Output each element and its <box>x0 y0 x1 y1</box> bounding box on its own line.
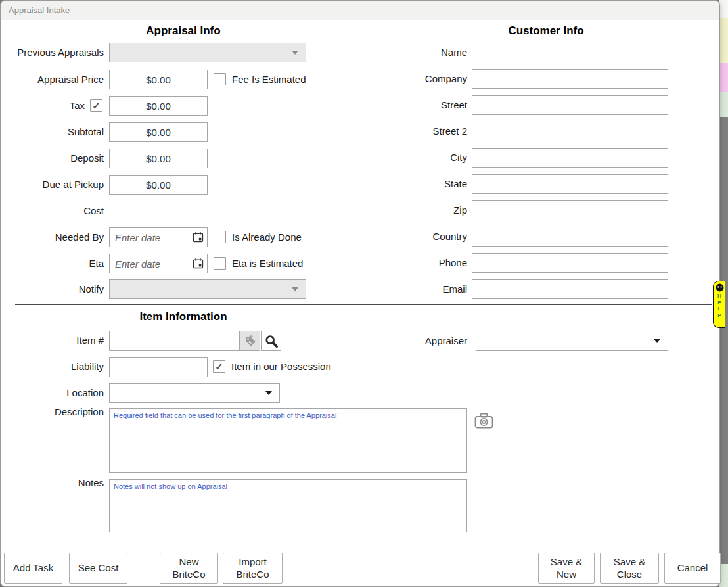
appraisal-price-input[interactable] <box>109 70 208 89</box>
tax-input[interactable] <box>109 96 208 116</box>
background-app-strip <box>719 63 728 92</box>
is-already-done-checkbox[interactable] <box>214 231 226 243</box>
subtotal-label: Subtotal <box>1 122 104 142</box>
item-number-input[interactable] <box>109 331 240 351</box>
see-cost-button[interactable]: See Cost <box>69 553 127 584</box>
notes-label: Notes <box>1 476 104 490</box>
eta-is-estimated-checkbox[interactable] <box>214 257 226 270</box>
cost-label: Cost <box>1 201 104 221</box>
needed-by-label: Needed By <box>1 227 104 247</box>
notify-dropdown[interactable] <box>109 279 306 299</box>
background-app-strip <box>719 117 728 564</box>
help-logo-icon <box>716 283 724 292</box>
state-input[interactable] <box>472 174 668 194</box>
zip-label: Zip <box>369 200 467 220</box>
location-label: Location <box>1 383 104 403</box>
country-label: Country <box>369 227 467 247</box>
city-label: City <box>369 148 467 168</box>
description-label: Description <box>1 405 104 419</box>
chevron-down-icon <box>654 339 660 343</box>
help-tab-label: H E L P <box>717 293 721 318</box>
background-app-strip <box>719 92 728 117</box>
notify-label: Notify <box>1 279 104 299</box>
deposit-label: Deposit <box>1 149 104 168</box>
email-input[interactable] <box>472 279 668 299</box>
zip-input[interactable] <box>472 200 668 220</box>
chevron-down-icon <box>265 391 272 395</box>
subtotal-input[interactable] <box>109 122 208 142</box>
company-label: Company <box>369 69 467 89</box>
appraisal-intake-dialog: Appraisal Intake Appraisal Info Previous… <box>0 0 720 587</box>
is-already-done-label: Is Already Done <box>232 227 302 247</box>
description-textarea[interactable] <box>109 408 467 473</box>
name-input[interactable] <box>472 43 668 62</box>
appraisal-info-heading: Appraisal Info <box>1 24 366 37</box>
save-and-new-button[interactable]: Save & New <box>538 553 595 584</box>
camera-icon[interactable] <box>474 412 493 429</box>
price-tag-button[interactable]: $ <box>240 331 260 351</box>
appraisal-price-label: Appraisal Price <box>1 70 104 89</box>
previous-appraisals-dropdown[interactable] <box>109 43 306 62</box>
price-tag-icon: $ <box>243 334 258 348</box>
cancel-button[interactable]: Cancel <box>664 553 721 584</box>
import-briteco-button[interactable]: Import BriteCo <box>223 553 283 584</box>
fee-is-estimated-label: Fee Is Estimated <box>232 70 306 89</box>
add-task-button[interactable]: Add Task <box>4 553 62 584</box>
email-label: Email <box>369 279 467 299</box>
street2-input[interactable] <box>472 122 668 141</box>
street-label: Street <box>369 95 467 115</box>
liability-label: Liability <box>1 357 104 377</box>
save-and-close-button[interactable]: Save & Close <box>600 553 659 584</box>
tax-label: Tax <box>1 96 85 116</box>
phone-input[interactable] <box>472 253 668 273</box>
deposit-input[interactable] <box>109 149 208 168</box>
phone-label: Phone <box>369 253 467 273</box>
item-information-heading: Item Information <box>1 310 366 323</box>
eta-is-estimated-label: Eta is Estimated <box>232 254 303 273</box>
calendar-icon[interactable] <box>193 231 204 243</box>
appraiser-label: Appraiser <box>369 331 467 351</box>
appraiser-dropdown[interactable] <box>476 331 668 351</box>
city-input[interactable] <box>472 148 668 168</box>
country-input[interactable] <box>472 227 668 247</box>
item-in-possession-label: Item in our Possession <box>231 357 331 377</box>
item-in-possession-checkbox[interactable] <box>213 360 225 373</box>
background-app-strip <box>719 0 728 18</box>
due-at-pickup-input[interactable] <box>109 175 208 195</box>
new-briteco-button[interactable]: New BriteCo <box>160 553 218 584</box>
due-at-pickup-label: Due at Pickup <box>1 175 104 195</box>
street-input[interactable] <box>472 95 668 115</box>
section-divider <box>15 304 712 305</box>
location-dropdown[interactable] <box>109 383 280 403</box>
chevron-down-icon <box>292 51 298 55</box>
fee-is-estimated-checkbox[interactable] <box>214 73 226 85</box>
company-input[interactable] <box>472 69 668 89</box>
window-title: Appraisal Intake <box>1 1 719 20</box>
previous-appraisals-label: Previous Appraisals <box>1 43 104 62</box>
name-label: Name <box>369 43 467 62</box>
state-label: State <box>369 174 467 194</box>
item-number-label: Item # <box>1 331 104 350</box>
search-icon <box>264 334 279 348</box>
tax-checkbox[interactable] <box>90 99 102 112</box>
liability-input[interactable] <box>109 357 208 377</box>
notes-textarea[interactable] <box>109 479 467 532</box>
chevron-down-icon <box>292 287 298 291</box>
search-item-button[interactable] <box>261 331 281 351</box>
customer-info-heading: Customer Info <box>369 24 723 37</box>
calendar-icon[interactable] <box>193 258 204 269</box>
eta-label: Eta <box>1 254 104 273</box>
street2-label: Street 2 <box>369 122 467 141</box>
help-tab[interactable]: H E L P <box>713 281 725 328</box>
